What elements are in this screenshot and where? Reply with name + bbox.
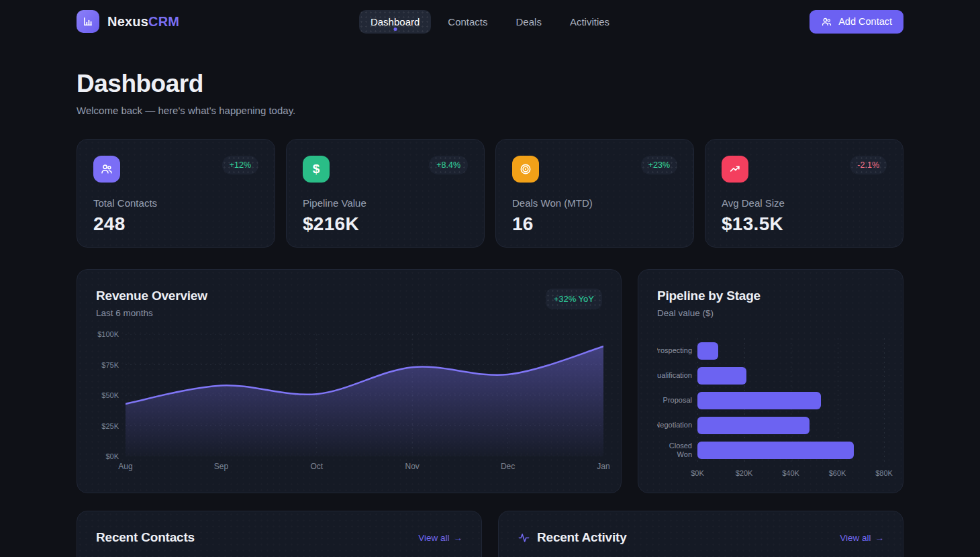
- stats-grid: +12% Total Contacts 248 $ +8.4% Pipeline…: [77, 139, 903, 248]
- arrow-right-icon: →: [875, 533, 885, 543]
- x-axis-tick-label: Nov: [405, 462, 420, 471]
- stat-delta-badge: -2.1%: [850, 156, 887, 174]
- brand-name: NexusCRM: [107, 14, 179, 30]
- pipeline-by-stage-card: Pipeline by Stage Deal value ($) Prospec…: [638, 269, 903, 493]
- pipeline-x-axis: $0K$20K$40K$60K$80K: [697, 469, 884, 480]
- stat-label: Avg Deal Size: [722, 197, 887, 209]
- pipeline-bar: [697, 442, 854, 459]
- y-axis-tick-label: $25K: [101, 422, 119, 430]
- recent-activity-card: Recent Activity View all →: [498, 511, 903, 557]
- pipeline-rows: ProspectingQualificationProposalNegotiat…: [657, 338, 884, 462]
- y-axis-tick-label: $100K: [97, 330, 119, 338]
- trend-up-icon: [722, 156, 748, 183]
- recent-activity-view-all-link[interactable]: View all →: [840, 533, 884, 543]
- stat-card-pipeline-value: $ +8.4% Pipeline Value $216K: [286, 139, 485, 248]
- pipeline-stage-label: Closed Won: [657, 442, 692, 458]
- pipeline-bar: [697, 342, 718, 360]
- pipeline-row: Qualification: [657, 363, 884, 388]
- add-contact-button[interactable]: Add Contact: [810, 10, 903, 34]
- users-icon: [821, 16, 832, 28]
- pipeline-card-subtitle: Deal value ($): [657, 308, 761, 318]
- nav-item-label: Contacts: [448, 16, 487, 28]
- pipeline-stage-label: Prospecting: [657, 346, 692, 355]
- target-icon: [512, 156, 539, 183]
- stat-label: Pipeline Value: [303, 197, 468, 209]
- recent-contacts-view-all-link[interactable]: View all →: [418, 533, 462, 543]
- nav-item-label: Deals: [516, 16, 542, 28]
- y-axis-tick-label: $0K: [105, 452, 119, 460]
- pipeline-bar-track: [697, 342, 884, 360]
- x-axis-tick-label: Aug: [118, 462, 132, 471]
- pipeline-card-title: Pipeline by Stage: [657, 289, 761, 303]
- add-contact-label: Add Contact: [838, 16, 892, 27]
- revenue-plot: [126, 334, 603, 456]
- dollar-icon: $: [303, 156, 330, 183]
- revenue-overview-card: Revenue Overview Last 6 months +32% YoY …: [77, 269, 622, 493]
- pipeline-row: Prospecting: [657, 338, 884, 363]
- main-nav: Dashboard Contacts Deals Activities: [359, 10, 621, 34]
- stat-card-deals-won: +23% Deals Won (MTD) 16: [495, 139, 694, 248]
- view-all-label: View all: [840, 533, 871, 543]
- users-icon: [93, 156, 120, 183]
- pipeline-row: Negotiation: [657, 413, 884, 438]
- pipeline-bar-track: [697, 417, 884, 434]
- pipeline-bar-track: [697, 442, 884, 459]
- y-axis-tick-label: $50K: [101, 391, 119, 399]
- x-axis-tick-label: $20K: [736, 469, 753, 477]
- stat-delta-badge: +23%: [641, 156, 677, 174]
- nav-item-activities[interactable]: Activities: [558, 10, 621, 34]
- x-axis-tick-label: $0K: [691, 469, 704, 477]
- nav-item-deals[interactable]: Deals: [505, 10, 553, 34]
- stat-value: 16: [512, 213, 677, 235]
- brand: NexusCRM: [77, 10, 359, 33]
- yoy-badge: +32% YoY: [546, 289, 602, 309]
- revenue-card-title: Revenue Overview: [96, 289, 207, 303]
- revenue-x-axis: AugSepOctNovDecJan: [126, 462, 603, 472]
- pipeline-stage-label: Proposal: [657, 396, 692, 405]
- view-all-label: View all: [418, 533, 449, 543]
- recent-contacts-card: Recent Contacts View all →: [77, 511, 482, 557]
- nav-item-contacts[interactable]: Contacts: [436, 10, 499, 34]
- x-axis-tick-label: Oct: [310, 462, 323, 471]
- brand-name-accent: CRM: [148, 14, 179, 29]
- revenue-chart: $0K$25K$50K$75K$100K: [96, 334, 602, 456]
- pipeline-bar: [697, 392, 821, 409]
- stat-label: Deals Won (MTD): [512, 197, 677, 209]
- y-axis-tick-label: $75K: [101, 361, 119, 369]
- activity-pulse-icon: [518, 531, 530, 544]
- revenue-card-subtitle: Last 6 months: [96, 308, 207, 318]
- pipeline-bar-track: [697, 392, 884, 409]
- stat-card-total-contacts: +12% Total Contacts 248: [77, 139, 275, 248]
- pipeline-bar-track: [697, 367, 884, 385]
- stat-delta-badge: +12%: [222, 156, 258, 174]
- x-axis-tick-label: $60K: [829, 469, 846, 477]
- pipeline-row: Closed Won: [657, 438, 884, 462]
- gridline-vertical: [884, 338, 885, 462]
- brand-logo[interactable]: [77, 10, 99, 33]
- top-bar: NexusCRM Dashboard Contacts Deals Activi…: [0, 0, 980, 43]
- pipeline-bar: [697, 367, 746, 385]
- stat-value: 248: [93, 213, 258, 235]
- bar-chart-icon: [82, 15, 94, 28]
- pipeline-stage-label: Qualification: [657, 371, 692, 380]
- pipeline-bar: [697, 417, 810, 434]
- nav-item-label: Activities: [570, 16, 609, 28]
- stat-card-avg-deal-size: -2.1% Avg Deal Size $13.5K: [705, 139, 903, 248]
- pipeline-stage-label: Negotiation: [657, 421, 692, 429]
- revenue-y-axis: $0K$25K$50K$75K$100K: [96, 334, 126, 456]
- x-axis-tick-label: Jan: [597, 462, 609, 471]
- active-indicator-dot: [393, 28, 397, 31]
- stat-delta-badge: +8.4%: [429, 156, 468, 174]
- page-subtitle: Welcome back — here's what's happening t…: [77, 105, 903, 116]
- arrow-right-icon: →: [454, 533, 463, 543]
- pipeline-chart: ProspectingQualificationProposalNegotiat…: [657, 338, 884, 480]
- recent-contacts-title: Recent Contacts: [96, 530, 195, 545]
- nav-item-label: Dashboard: [371, 16, 420, 28]
- x-axis-tick-label: $80K: [875, 469, 893, 477]
- brand-name-primary: Nexus: [107, 14, 148, 29]
- revenue-area-fill: [126, 346, 603, 456]
- revenue-chart-svg: [126, 334, 603, 456]
- stat-value: $13.5K: [722, 213, 887, 235]
- stat-value: $216K: [303, 213, 468, 235]
- nav-item-dashboard[interactable]: Dashboard: [359, 10, 431, 34]
